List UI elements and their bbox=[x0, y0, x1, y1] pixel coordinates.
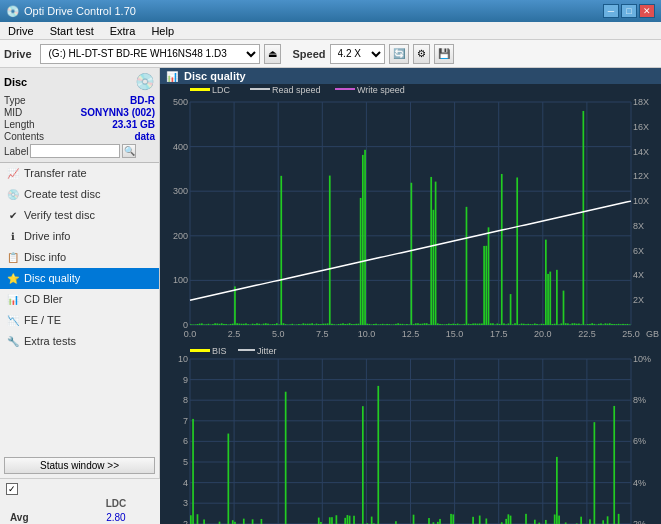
chart-container bbox=[160, 84, 661, 524]
nav-label-verify-test-disc: Verify test disc bbox=[24, 209, 95, 221]
nav-label-cd-bler: CD Bler bbox=[24, 293, 63, 305]
disc-mid-row: MID SONYNN3 (002) bbox=[4, 107, 155, 118]
chart-header: 📊 Disc quality bbox=[160, 68, 661, 84]
sidebar-item-extra-tests[interactable]: 🔧 Extra tests bbox=[0, 331, 159, 352]
nav-label-fe-te: FE / TE bbox=[24, 314, 61, 326]
nav-label-drive-info: Drive info bbox=[24, 230, 70, 242]
type-label: Type bbox=[4, 95, 26, 106]
disc-panel-header: Disc 💿 bbox=[4, 72, 155, 91]
bottom-chart bbox=[160, 345, 661, 524]
sidebar-item-verify-test-disc[interactable]: ✔ Verify test disc bbox=[0, 205, 159, 226]
disc-label-row: Label 🔍 bbox=[4, 144, 155, 158]
nav-label-extra-tests: Extra tests bbox=[24, 335, 76, 347]
menu-drive[interactable]: Drive bbox=[4, 24, 38, 38]
cd-bler-icon: 📊 bbox=[6, 292, 20, 306]
title-bar-left: 💿 Opti Drive Control 1.70 bbox=[6, 5, 136, 18]
drive-info-icon: ℹ bbox=[6, 229, 20, 243]
disc-panel-icon: 💿 bbox=[135, 72, 155, 91]
floppy-button[interactable]: 💾 bbox=[434, 44, 454, 64]
col-ldc: LDC bbox=[69, 495, 163, 511]
menu-start-test[interactable]: Start test bbox=[46, 24, 98, 38]
chart-header-icon: 📊 bbox=[166, 71, 178, 82]
refresh-button[interactable]: 🔄 bbox=[389, 44, 409, 64]
eject-button[interactable]: ⏏ bbox=[264, 44, 281, 64]
main-layout: Disc 💿 Type BD-R MID SONYNN3 (002) Lengt… bbox=[0, 68, 661, 478]
disc-panel: Disc 💿 Type BD-R MID SONYNN3 (002) Lengt… bbox=[0, 68, 159, 163]
disc-info-table: Type BD-R MID SONYNN3 (002) Length 23.31… bbox=[4, 95, 155, 158]
minimize-button[interactable]: ─ bbox=[603, 4, 619, 18]
sidebar-item-fe-te[interactable]: 📉 FE / TE bbox=[0, 310, 159, 331]
settings-button[interactable]: ⚙ bbox=[413, 44, 430, 64]
sidebar-item-cd-bler[interactable]: 📊 CD Bler bbox=[0, 289, 159, 310]
extra-tests-icon: 🔧 bbox=[6, 334, 20, 348]
mid-value: SONYNN3 (002) bbox=[81, 107, 155, 118]
drive-select[interactable]: (G:) HL-DT-ST BD-RE WH16NS48 1.D3 bbox=[40, 44, 260, 64]
label-button[interactable]: 🔍 bbox=[122, 144, 136, 158]
status-window-button[interactable]: Status window >> bbox=[4, 457, 155, 474]
disc-length-row: Length 23.31 GB bbox=[4, 119, 155, 130]
nav-items: 📈 Transfer rate 💿 Create test disc ✔ Ver… bbox=[0, 163, 159, 453]
disc-quality-icon: ⭐ bbox=[6, 271, 20, 285]
transfer-rate-icon: 📈 bbox=[6, 166, 20, 180]
label-input[interactable] bbox=[30, 144, 120, 158]
nav-label-create-test-disc: Create test disc bbox=[24, 188, 100, 200]
menu-extra[interactable]: Extra bbox=[106, 24, 140, 38]
speed-label: Speed bbox=[293, 48, 326, 60]
avg-label: Avg bbox=[6, 511, 69, 524]
disc-info-icon: 📋 bbox=[6, 250, 20, 264]
chart-title: Disc quality bbox=[184, 70, 246, 82]
nav-label-transfer-rate: Transfer rate bbox=[24, 167, 87, 179]
length-label: Length bbox=[4, 119, 35, 130]
sidebar-item-transfer-rate[interactable]: 📈 Transfer rate bbox=[0, 163, 159, 184]
nav-label-disc-quality: Disc quality bbox=[24, 272, 80, 284]
contents-label: Contents bbox=[4, 131, 44, 142]
disc-panel-title: Disc bbox=[4, 76, 27, 88]
app-title: Opti Drive Control 1.70 bbox=[24, 5, 136, 17]
sidebar-item-create-test-disc[interactable]: 💿 Create test disc bbox=[0, 184, 159, 205]
drive-label: Drive bbox=[4, 48, 32, 60]
sidebar-item-disc-quality[interactable]: ⭐ Disc quality bbox=[0, 268, 159, 289]
speed-select[interactable]: 4.2 X bbox=[330, 44, 385, 64]
fe-te-icon: 📉 bbox=[6, 313, 20, 327]
title-bar-controls: ─ □ ✕ bbox=[603, 4, 655, 18]
close-button[interactable]: ✕ bbox=[639, 4, 655, 18]
sidebar-item-disc-info[interactable]: 📋 Disc info bbox=[0, 247, 159, 268]
toolbar: Drive (G:) HL-DT-ST BD-RE WH16NS48 1.D3 … bbox=[0, 40, 661, 68]
title-bar: 💿 Opti Drive Control 1.70 ─ □ ✕ bbox=[0, 0, 661, 22]
jitter-checkbox[interactable]: ✓ bbox=[6, 483, 18, 495]
length-value: 23.31 GB bbox=[112, 119, 155, 130]
menu-help[interactable]: Help bbox=[147, 24, 178, 38]
verify-test-disc-icon: ✔ bbox=[6, 208, 20, 222]
disc-contents-row: Contents data bbox=[4, 131, 155, 142]
mid-label: MID bbox=[4, 107, 22, 118]
contents-value: data bbox=[134, 131, 155, 142]
create-test-disc-icon: 💿 bbox=[6, 187, 20, 201]
sidebar: Disc 💿 Type BD-R MID SONYNN3 (002) Lengt… bbox=[0, 68, 160, 478]
top-chart bbox=[160, 84, 661, 345]
menu-bar: Drive Start test Extra Help bbox=[0, 22, 661, 40]
type-value: BD-R bbox=[130, 95, 155, 106]
content-area: 📊 Disc quality bbox=[160, 68, 661, 478]
app-icon: 💿 bbox=[6, 5, 20, 18]
avg-ldc: 2.80 bbox=[69, 511, 163, 524]
maximize-button[interactable]: □ bbox=[621, 4, 637, 18]
nav-label-disc-info: Disc info bbox=[24, 251, 66, 263]
sidebar-item-drive-info[interactable]: ℹ Drive info bbox=[0, 226, 159, 247]
label-key: Label bbox=[4, 146, 28, 157]
col-empty bbox=[6, 495, 69, 511]
disc-type-row: Type BD-R bbox=[4, 95, 155, 106]
